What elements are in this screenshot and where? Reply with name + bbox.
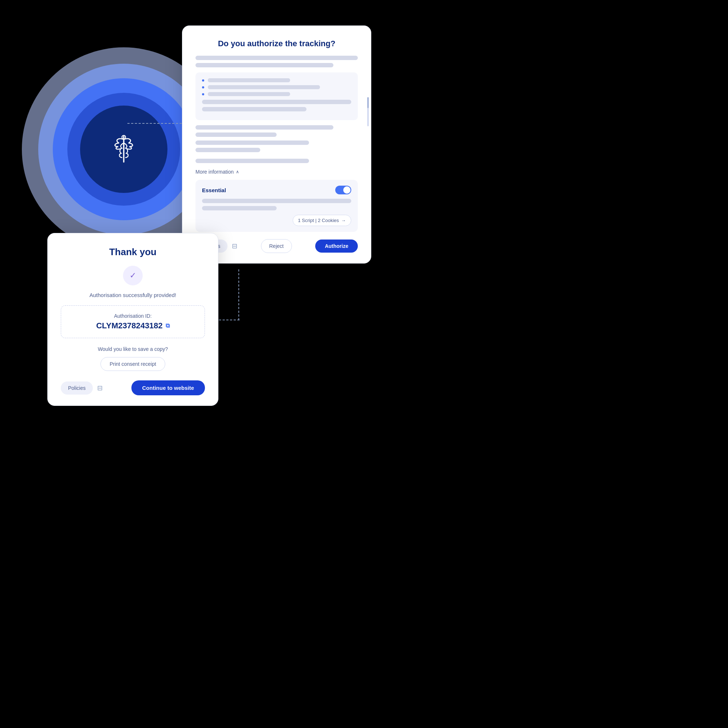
check-circle: ✓ bbox=[123, 266, 143, 285]
bullet-dot bbox=[202, 86, 204, 89]
connector-line-h bbox=[127, 123, 189, 124]
text-line bbox=[196, 141, 309, 145]
thankyou-dialog: Thank you ✓ Authorisation successfully p… bbox=[47, 233, 219, 406]
scene: Do you authorize the tracking? bbox=[0, 0, 728, 728]
toggle-knob bbox=[343, 187, 350, 194]
essential-section: Essential 1 Script | 2 Cookies → bbox=[196, 180, 358, 232]
text-line bbox=[196, 148, 260, 152]
save-copy-question: Would you like to save a copy? bbox=[61, 346, 205, 352]
text-line bbox=[202, 100, 351, 104]
consent-dialog-footer: Policies ⊟ Reject Authorize bbox=[196, 239, 358, 253]
text-line bbox=[196, 63, 333, 67]
auth-success-message: Authorisation successfully provided! bbox=[61, 292, 205, 298]
thankyou-footer: Policies ⊟ Continue to website bbox=[61, 380, 205, 395]
consent-dialog-title: Do you authorize the tracking? bbox=[196, 39, 358, 48]
connector-line-v bbox=[239, 269, 239, 320]
bullet-item-3 bbox=[202, 92, 351, 96]
chevron-up-icon: ∧ bbox=[236, 169, 239, 174]
bullet-text bbox=[208, 92, 290, 96]
bullet-item-2 bbox=[202, 85, 351, 89]
bullet-dot bbox=[202, 80, 204, 81]
essential-label: Essential bbox=[202, 187, 226, 193]
text-line bbox=[196, 133, 277, 137]
script-cookies-label: 1 Script | 2 Cookies bbox=[298, 218, 339, 223]
more-info-label: More information bbox=[196, 169, 234, 175]
text-line bbox=[202, 199, 351, 203]
bullet-box bbox=[196, 72, 358, 120]
thankyou-footer-left: Policies ⊟ bbox=[61, 381, 102, 395]
reject-button[interactable]: Reject bbox=[261, 239, 292, 253]
copy-icon[interactable]: ⧉ bbox=[166, 323, 170, 329]
essential-header: Essential bbox=[202, 186, 351, 194]
scroll-indicator[interactable] bbox=[367, 97, 369, 126]
auth-id-value: CLYM2378243182 ⧉ bbox=[69, 321, 197, 330]
essential-toggle[interactable] bbox=[335, 186, 351, 194]
auth-id-label: Authorisation ID: bbox=[69, 313, 197, 319]
authorize-button[interactable]: Authorize bbox=[315, 240, 358, 252]
caduceus-icon bbox=[102, 127, 145, 171]
text-line bbox=[196, 56, 358, 60]
continue-to-website-button[interactable]: Continue to website bbox=[132, 380, 205, 395]
consent-text-intro bbox=[196, 56, 358, 67]
consent-text-mid bbox=[196, 125, 358, 137]
text-line bbox=[202, 206, 277, 210]
consent-dialog: Do you authorize the tracking? bbox=[182, 26, 371, 263]
bullet-text bbox=[208, 78, 290, 82]
more-info-toggle[interactable]: More information ∧ bbox=[196, 169, 358, 175]
text-line bbox=[196, 159, 309, 163]
print-button[interactable]: ⊟ bbox=[232, 242, 237, 250]
script-cookies-button[interactable]: 1 Script | 2 Cookies → bbox=[293, 215, 351, 226]
bullet-item-1 bbox=[202, 78, 351, 82]
thankyou-policies-button[interactable]: Policies bbox=[61, 381, 93, 395]
consent-text-bottom bbox=[196, 141, 358, 163]
bullet-dot bbox=[202, 93, 204, 95]
bullet-text bbox=[208, 85, 320, 89]
thankyou-print-button[interactable]: ⊟ bbox=[97, 384, 102, 392]
arrow-right-icon: → bbox=[341, 218, 346, 223]
print-receipt-button[interactable]: Print consent receipt bbox=[101, 357, 165, 371]
thankyou-title: Thank you bbox=[61, 246, 205, 258]
text-line bbox=[196, 125, 333, 130]
text-line bbox=[202, 107, 306, 112]
scroll-thumb bbox=[367, 97, 369, 108]
auth-id-box: Authorisation ID: CLYM2378243182 ⧉ bbox=[61, 305, 205, 338]
auth-id-number: CLYM2378243182 bbox=[96, 321, 163, 330]
check-icon: ✓ bbox=[130, 271, 136, 280]
